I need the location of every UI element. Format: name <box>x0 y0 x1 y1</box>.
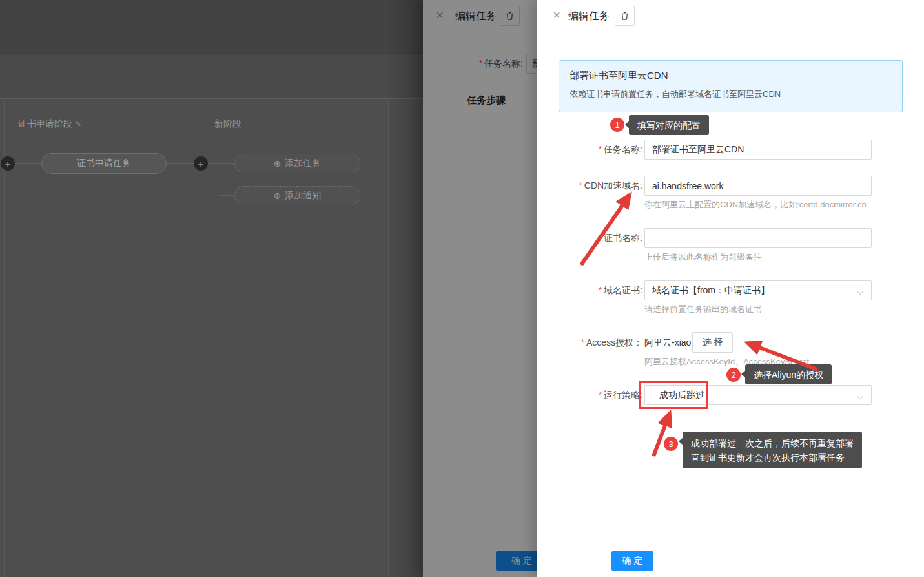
label-text: CDN加速域名: <box>584 180 642 191</box>
task-name-input[interactable] <box>644 140 872 160</box>
access-label: *Access授权： <box>537 333 642 353</box>
connector-line <box>167 163 194 164</box>
edit-task-drawer: × 编辑任务 部署证书至阿里云CDN 依赖证书申请前置任务，自动部署域名证书至阿… <box>537 0 924 577</box>
add-stage-button[interactable]: + <box>194 156 208 171</box>
workflow-editor-dimmed: 证书申请阶段✎ 新阶段 + + 证书申请任务 ⊕添加任务 ⊕添加通知 <box>0 0 423 577</box>
annotation-tooltip-3: 成功部署过一次之后，后续不再重复部署 直到证书更新才会再次执行本部署任务 <box>683 432 862 468</box>
header-divider <box>537 37 924 37</box>
domain-cert-help: 请选择前置任务输出的域名证书 <box>644 304 762 315</box>
cdn-domain-help: 你在阿里云上配置的CDN加速域名，比如:certd.docmirror.cn <box>644 199 867 211</box>
annotation-badge-2: 2 <box>726 368 741 382</box>
edit-pencil-icon[interactable]: ✎ <box>75 120 81 129</box>
stage-title-text: 证书申请阶段 <box>18 118 72 129</box>
confirm-button[interactable]: 确 定 <box>611 551 653 571</box>
tooltip-text: 填写对应的配置 <box>637 118 701 132</box>
task-node-cert-request[interactable]: 证书申请任务 <box>41 153 167 174</box>
add-notify-label: 添加通知 <box>285 190 321 202</box>
drawer-mask <box>423 0 537 577</box>
annotation-badge-3: 3 <box>664 437 678 451</box>
stage-title-cert-request: 证书申请阶段✎ <box>18 118 81 130</box>
required-mark: * <box>579 180 582 191</box>
add-notify-button[interactable]: ⊕添加通知 <box>234 186 360 205</box>
top-header-band <box>0 0 423 53</box>
cdn-domain-input[interactable] <box>644 176 872 196</box>
required-mark: * <box>599 144 602 154</box>
plus-icon: + <box>198 159 204 169</box>
toolbar-band <box>0 53 423 98</box>
access-select-button[interactable]: 选 择 <box>692 332 733 353</box>
add-task-label: 添加任务 <box>285 158 321 169</box>
selected-value: 成功后跳过 <box>652 390 704 401</box>
connector-line <box>220 163 220 196</box>
page: 证书申请阶段✎ 新阶段 + + 证书申请任务 ⊕添加任务 ⊕添加通知 × 编辑任… <box>0 0 924 577</box>
chevron-down-icon <box>857 393 864 400</box>
access-selected-value: 阿里云-xiao <box>644 333 691 353</box>
circle-plus-icon: ⊕ <box>274 191 282 201</box>
annotation-badge-1: 1 <box>610 118 624 132</box>
drawer-title: 编辑任务 <box>568 10 610 23</box>
connector-line <box>15 163 41 164</box>
edit-task-drawer-back: × 编辑任务 *任务名称: 任务步骤 确 定 <box>423 0 537 577</box>
annotation-tooltip-1: 填写对应的配置 <box>629 115 709 135</box>
run-strategy-select[interactable]: 成功后跳过 <box>644 385 872 405</box>
add-task-button[interactable]: ⊕添加任务 <box>234 154 360 173</box>
label-text: 运行策略: <box>604 390 642 400</box>
cert-name-help: 上传后将以此名称作为前缀备注 <box>644 251 762 263</box>
stage-title-new-stage: 新阶段 <box>214 118 241 130</box>
tooltip-text: 直到证书更新才会再次执行本部署任务 <box>691 450 854 465</box>
label-text: 域名证书: <box>604 285 642 295</box>
tooltip-text: 成功部署过一次之后，后续不再重复部署 <box>691 436 854 450</box>
plugin-title: 部署证书至阿里云CDN <box>570 70 892 82</box>
label-text: Access授权： <box>586 337 642 348</box>
connector-line <box>208 163 234 164</box>
domain-cert-select[interactable]: 域名证书【from：申请证书】 <box>644 280 872 300</box>
plus-icon: + <box>5 159 11 169</box>
required-mark: * <box>599 390 602 400</box>
cdn-domain-label: *CDN加速域名: <box>537 176 642 196</box>
cert-name-label: 证书名称: <box>537 228 642 248</box>
plugin-info-box: 部署证书至阿里云CDN 依赖证书申请前置任务，自动部署域名证书至阿里云CDN <box>559 60 903 112</box>
chevron-down-icon <box>857 288 864 295</box>
drawer-shadow <box>385 0 423 577</box>
selected-value: 域名证书【from：申请证书】 <box>652 285 770 297</box>
required-mark: * <box>599 285 602 295</box>
task-name-label: *任务名称: <box>537 140 642 160</box>
annotation-tooltip-2: 选择Aliyun的授权 <box>745 364 832 384</box>
add-stage-button[interactable]: + <box>1 156 15 171</box>
stage-title-text: 新阶段 <box>214 118 241 129</box>
connector-line <box>220 195 234 196</box>
label-text: 证书名称: <box>604 233 642 243</box>
delete-task-button[interactable] <box>615 6 635 26</box>
circle-plus-icon: ⊕ <box>274 158 282 169</box>
trash-icon <box>620 11 630 21</box>
run-strategy-label: *运行策略: <box>537 385 642 405</box>
domain-cert-label: *域名证书: <box>537 280 642 300</box>
close-icon[interactable]: × <box>553 8 560 21</box>
label-text: 任务名称: <box>604 144 642 154</box>
tooltip-text: 选择Aliyun的授权 <box>754 368 823 382</box>
required-mark: * <box>580 337 584 348</box>
plugin-description: 依赖证书申请前置任务，自动部署域名证书至阿里云CDN <box>570 89 892 100</box>
cert-name-input[interactable] <box>644 228 872 248</box>
